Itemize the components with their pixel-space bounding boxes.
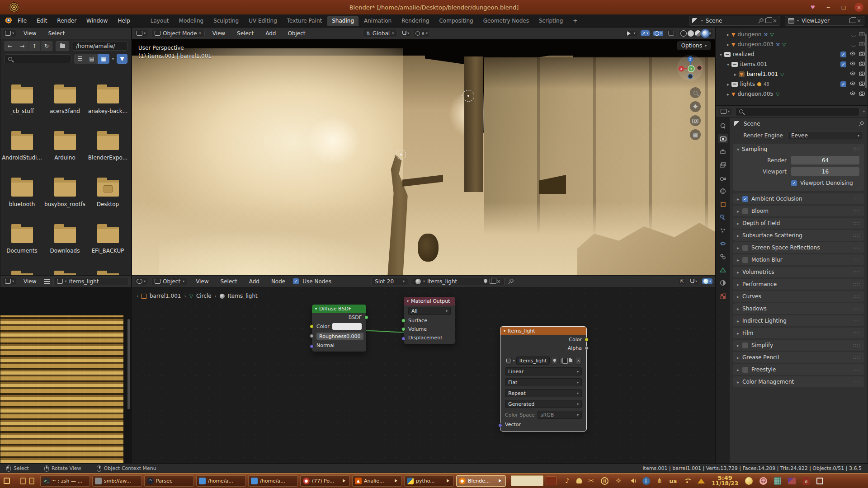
viewport-samples-field[interactable]: 16 xyxy=(791,167,859,176)
source-dropdown[interactable]: Generated▾ xyxy=(505,400,582,408)
taskbar-app-parsec[interactable]: ◠Parsec xyxy=(144,475,194,487)
folder-item[interactable]: Arduino xyxy=(43,134,86,180)
wireframe-shading-button[interactable] xyxy=(680,30,687,37)
folder-item[interactable]: AndroidStudi... xyxy=(0,134,43,180)
disable-render-icon[interactable] xyxy=(859,71,865,77)
tab-layout[interactable]: Layout xyxy=(146,16,174,26)
screenshot-tray-icon[interactable]: ✂ xyxy=(589,477,594,485)
panel-freestyle[interactable]: ▸Freestyle:::: xyxy=(733,364,864,375)
panel-checkbox[interactable]: ✓ xyxy=(742,196,748,202)
overlays-toggle[interactable]: ▾ xyxy=(653,31,663,36)
tab-object-data[interactable] xyxy=(718,265,728,274)
panel-curves[interactable]: ▸Curves:::: xyxy=(733,291,864,302)
path-field[interactable]: /home/amalie/ xyxy=(72,42,127,51)
disable-render-icon[interactable] xyxy=(859,61,865,67)
taskbar-app-terminal[interactable]: >_~ : zsh — ... xyxy=(40,475,90,487)
hide-viewport-icon[interactable] xyxy=(849,71,856,77)
show-desktop-icon[interactable] xyxy=(4,478,10,484)
user-tray-icon[interactable] xyxy=(576,478,582,483)
material-preview-button[interactable] xyxy=(695,30,701,37)
properties-search-input[interactable] xyxy=(735,107,859,116)
maximize-button[interactable]: ▢ xyxy=(839,3,848,12)
folder-item[interactable] xyxy=(43,273,86,275)
window-preview-thumbnail[interactable] xyxy=(511,475,543,486)
folder-item[interactable]: EFI_BACKUP xyxy=(86,227,129,273)
sampling-panel-header[interactable]: ▾Sampling:::: xyxy=(733,144,864,155)
tab-view-layer[interactable] xyxy=(718,160,728,169)
editor-type-dropdown[interactable]: ▾ xyxy=(3,278,16,285)
panel-performance[interactable]: ▸Performance:::: xyxy=(733,279,864,290)
color-swatch[interactable] xyxy=(332,323,362,330)
material-slot-dropdown[interactable]: Slot 20▾ xyxy=(371,277,408,286)
clipboard-icon[interactable] xyxy=(20,478,26,484)
display-horizontal-list-button[interactable]: ▤ xyxy=(86,54,98,64)
render-samples-field[interactable]: 64 xyxy=(791,156,859,164)
panel-checkbox[interactable] xyxy=(742,208,748,214)
hide-viewport-icon[interactable]: ◡ xyxy=(851,31,856,38)
navigation-gizmo[interactable]: Z X Y xyxy=(677,55,703,81)
tab-particles[interactable] xyxy=(718,226,728,235)
image-scrollbar[interactable] xyxy=(127,319,130,409)
node-diffuse-bsdf[interactable]: ▾Diffuse BSDF BSDF Color Roughness0.000 … xyxy=(312,305,366,352)
tab-render[interactable] xyxy=(718,134,728,143)
hide-viewport-icon[interactable] xyxy=(849,91,856,97)
updates-tray-icon[interactable] xyxy=(698,479,705,483)
editor-type-dropdown[interactable]: ▾ xyxy=(135,278,147,285)
panel-indirect-lighting[interactable]: ▸Indirect Lighting:::: xyxy=(733,315,864,326)
viewport-menu-add[interactable]: Add xyxy=(261,29,280,38)
file-search-input[interactable] xyxy=(4,54,71,63)
tab-world[interactable] xyxy=(718,187,728,196)
folder-item[interactable] xyxy=(86,273,129,275)
blender-menu-icon[interactable] xyxy=(4,18,12,24)
hide-viewport-icon[interactable] xyxy=(849,61,856,67)
snap-toggle[interactable]: ▾ xyxy=(401,31,410,36)
taskbar-app-python[interactable]: pytho... xyxy=(404,475,454,487)
snap-node-toggle[interactable]: ▾ xyxy=(689,279,698,284)
volume-input-socket[interactable] xyxy=(401,327,406,331)
panel-subsurface-scattering[interactable]: ▸Subsurface Scattering:::: xyxy=(733,230,864,241)
shader-type-dropdown[interactable]: Object▾ xyxy=(151,277,188,286)
viewport-menu-object[interactable]: Object xyxy=(283,29,309,38)
tab-geometry-nodes[interactable]: Geometry Nodes xyxy=(479,16,533,26)
alpha-output-socket[interactable] xyxy=(585,346,589,350)
tab-animation[interactable]: Animation xyxy=(359,16,396,26)
tab-shading[interactable]: Shading xyxy=(327,16,359,26)
tab-uv-editing[interactable]: UV Editing xyxy=(244,16,282,26)
3d-viewport-scene[interactable]: User Perspective (1) items.001 | barrel1… xyxy=(132,39,715,275)
viewlayer-selector[interactable]: ▾ ViewLayer × xyxy=(785,16,864,26)
folder-item[interactable]: Desktop xyxy=(86,180,129,227)
delete-scene-icon[interactable]: × xyxy=(773,18,777,24)
tab-modeling[interactable]: Modeling xyxy=(175,16,208,26)
shader-menu-select[interactable]: Select xyxy=(217,277,241,286)
roughness-input-socket[interactable] xyxy=(310,334,314,338)
panel-grease-pencil[interactable]: ▸Grease Pencil:::: xyxy=(733,352,864,363)
tab-output[interactable] xyxy=(718,147,728,156)
viewport-menu-select[interactable]: Select xyxy=(233,29,258,38)
disable-render-icon[interactable] xyxy=(859,41,865,47)
material-selector[interactable]: ▾ Items_light × xyxy=(412,277,505,286)
taskbar-app-analie[interactable]: ▲Analie... xyxy=(352,475,402,487)
pin-node-tree-icon[interactable] xyxy=(508,279,513,284)
image-selector[interactable]: ▾ items_light xyxy=(53,277,129,286)
taskbar-app-blender[interactable]: ●Blende... xyxy=(456,475,506,487)
tab-compositing[interactable]: Compositing xyxy=(434,16,477,26)
tab-texture-paint[interactable]: Texture Paint xyxy=(283,16,326,26)
panel-shadows[interactable]: ▸Shadows:::: xyxy=(733,303,864,314)
folder-item[interactable]: anakey-back... xyxy=(86,87,129,134)
editor-type-dropdown[interactable]: ▾ xyxy=(719,108,731,115)
display-size-dropdown[interactable]: ▾ xyxy=(112,57,114,61)
playback-pause-tray-icon[interactable] xyxy=(601,477,609,485)
color-input-socket[interactable] xyxy=(310,324,314,328)
taskbar-app-files-1[interactable]: /home/a... xyxy=(196,475,246,487)
tab-sculpting[interactable]: Sculpting xyxy=(209,16,243,26)
image-name-field[interactable]: Items_light xyxy=(516,357,550,365)
viewport-menu-view[interactable]: View xyxy=(208,29,229,38)
move-view-tool-icon[interactable]: ✥ xyxy=(690,101,701,112)
new-folder-button[interactable] xyxy=(56,41,69,51)
scene-selector[interactable]: ▾ Scene × xyxy=(689,16,780,26)
image-menu-view[interactable]: View xyxy=(19,277,40,286)
menu-file[interactable]: File xyxy=(14,16,31,25)
file-browser-menu-view[interactable]: View xyxy=(19,29,40,38)
tab-rendering[interactable]: Rendering xyxy=(397,16,434,26)
mode-dropdown[interactable]: Object Mode▾ xyxy=(151,29,205,38)
